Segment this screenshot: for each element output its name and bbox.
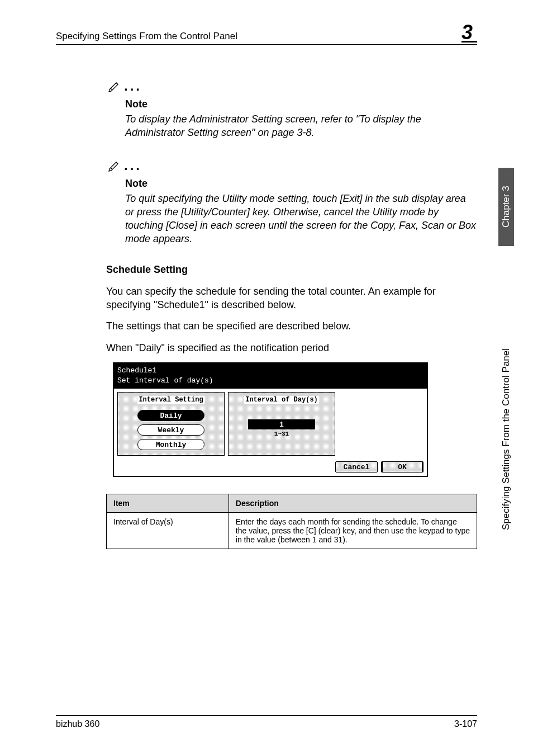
interval-setting-panel: Interval Setting Daily Weekly Monthly xyxy=(117,392,225,456)
interval-days-panel: Interval of Day(s) 1 1~31 xyxy=(228,392,335,456)
table-row: Interval of Day(s) Enter the days each m… xyxy=(107,513,477,549)
description-table: Item Description Interval of Day(s) Ente… xyxy=(106,494,477,549)
table-head-item: Item xyxy=(107,494,229,513)
chapter-number-box: 3 xyxy=(461,22,477,42)
pencil-icon xyxy=(106,78,122,96)
note-block: ... Note To display the Administrator Se… xyxy=(106,78,477,140)
lcd-panel: Schedule1 Set interval of day(s) Interva… xyxy=(113,362,428,477)
note-dots: ... xyxy=(124,78,142,93)
weekly-button[interactable]: Weekly xyxy=(137,424,204,436)
note-label: Note xyxy=(125,178,477,190)
ok-button[interactable]: OK xyxy=(381,461,423,472)
cancel-button[interactable]: Cancel xyxy=(335,461,378,472)
interval-range: 1~31 xyxy=(274,431,289,437)
side-tab-chapter: Chapter 3 xyxy=(498,168,514,246)
body-para: The settings that can be specified are d… xyxy=(106,319,477,333)
table-cell-desc: Enter the days each month for sending th… xyxy=(229,513,477,549)
note-body: To display the Administrator Setting scr… xyxy=(125,112,477,140)
monthly-button[interactable]: Monthly xyxy=(137,439,204,450)
side-tab-title: Specifying Settings From the Control Pan… xyxy=(498,260,514,618)
lcd-title: Schedule1 xyxy=(117,366,423,376)
header-title: Specifying Settings From the Control Pan… xyxy=(56,31,237,42)
lcd-subtitle: Set interval of day(s) xyxy=(117,376,423,386)
pencil-icon xyxy=(106,158,122,176)
daily-button[interactable]: Daily xyxy=(137,410,204,421)
footer-right: 3-107 xyxy=(454,719,477,729)
footer-left: bizhub 360 xyxy=(56,719,99,729)
body-para: You can specify the schedule for sending… xyxy=(106,285,477,312)
table-cell-item: Interval of Day(s) xyxy=(107,513,229,549)
panel-label: Interval of Day(s) xyxy=(244,396,319,404)
table-head-description: Description xyxy=(229,494,477,513)
panel-label: Interval Setting xyxy=(137,396,204,404)
note-label: Note xyxy=(125,98,477,110)
lcd-header: Schedule1 Set interval of day(s) xyxy=(114,363,427,389)
note-dots: ... xyxy=(124,158,142,173)
chapter-number: 3 xyxy=(461,22,477,42)
note-body: To quit specifying the Utility mode sett… xyxy=(125,192,477,246)
body-para: When "Daily" is specified as the notific… xyxy=(106,341,477,355)
page-footer: bizhub 360 3-107 xyxy=(56,715,477,729)
note-block: ... Note To quit specifying the Utility … xyxy=(106,158,477,246)
interval-value[interactable]: 1 xyxy=(248,419,315,429)
section-heading: Schedule Setting xyxy=(106,264,477,276)
